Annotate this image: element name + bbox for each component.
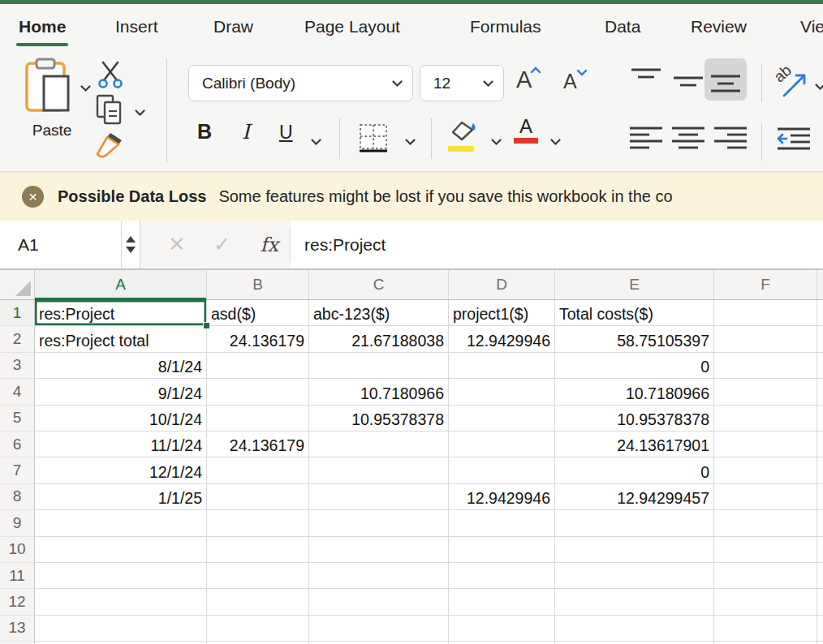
cell-A3[interactable]: 8/1/24 [35, 353, 207, 379]
tab-insert[interactable]: Insert [115, 4, 158, 49]
cell-E2[interactable]: 58.75105397 [555, 326, 714, 352]
cell-D13[interactable] [449, 616, 555, 642]
cell-D1[interactable]: project1($) [449, 300, 555, 326]
row-header-8[interactable]: 8 [0, 484, 35, 510]
cell-C3[interactable] [309, 353, 449, 379]
cell-F11[interactable] [714, 563, 817, 589]
cell-B7[interactable] [207, 457, 309, 483]
orientation-button[interactable]: ab [773, 62, 810, 102]
row-header-7[interactable]: 7 [0, 457, 35, 483]
cell-F4[interactable] [714, 379, 817, 405]
cell-E11[interactable] [555, 563, 714, 589]
row-header-1[interactable]: 1 [0, 300, 35, 326]
cell-F3[interactable] [714, 353, 817, 379]
cell-D9[interactable] [449, 510, 555, 536]
cell-E5[interactable]: 10.95378378 [555, 406, 714, 431]
align-right-button[interactable] [713, 125, 748, 157]
cell-B8[interactable] [207, 484, 309, 510]
row-header-10[interactable]: 10 [0, 537, 35, 563]
cell-E9[interactable] [555, 510, 714, 536]
row-header-5[interactable]: 5 [0, 406, 35, 431]
cell-E13[interactable] [555, 616, 714, 642]
cancel-entry-button[interactable]: ✕ [168, 221, 186, 268]
cell-B11[interactable] [207, 563, 309, 589]
cell-A11[interactable] [35, 563, 207, 589]
cell-E7[interactable]: 0 [555, 457, 714, 483]
cell-A4[interactable]: 9/1/24 [35, 379, 207, 405]
cell-D6[interactable] [449, 431, 555, 457]
row-header-13[interactable]: 13 [0, 616, 35, 642]
tab-review[interactable]: Review [691, 4, 747, 49]
name-box-spinner[interactable] [122, 221, 140, 268]
cell-D5[interactable] [449, 406, 555, 431]
row-header-3[interactable]: 3 [0, 353, 35, 379]
cell-F1[interactable] [714, 300, 817, 326]
cell-D3[interactable] [449, 353, 555, 379]
column-header-A[interactable]: A [35, 270, 207, 299]
italic-button[interactable]: I [242, 122, 250, 142]
cell-C10[interactable] [309, 537, 449, 563]
align-middle-button[interactable] [670, 67, 706, 102]
cell-F2[interactable] [714, 326, 817, 352]
row-header-12[interactable]: 12 [0, 589, 35, 615]
align-left-button[interactable] [628, 125, 664, 157]
format-painter-button[interactable] [94, 130, 125, 162]
cell-F10[interactable] [714, 537, 817, 563]
cell-A13[interactable] [35, 616, 207, 642]
cell-E3[interactable]: 0 [555, 353, 714, 379]
cell-E10[interactable] [555, 537, 714, 563]
confirm-entry-button[interactable]: ✓ [213, 221, 231, 268]
tab-data[interactable]: Data [605, 4, 640, 49]
cell-A6[interactable]: 11/1/24 [35, 431, 207, 457]
row-header-6[interactable]: 6 [0, 431, 35, 457]
font-name-select[interactable]: Calibri (Body) [188, 65, 413, 101]
cell-B3[interactable] [207, 353, 309, 379]
warning-x-circle-icon[interactable]: ✕ [22, 186, 44, 208]
insert-function-button[interactable]: fx [261, 221, 278, 268]
fill-color-button[interactable] [448, 120, 479, 152]
cell-C2[interactable]: 21.67188038 [309, 326, 449, 352]
cell-B6[interactable]: 24.136179 [207, 431, 309, 457]
cut-button[interactable] [97, 60, 123, 92]
cell-D4[interactable] [449, 379, 555, 405]
shrink-font-button[interactable]: A [563, 71, 577, 92]
tab-page-layout[interactable]: Page Layout [304, 4, 400, 49]
cell-E12[interactable] [555, 589, 714, 615]
cell-B5[interactable] [207, 406, 309, 431]
cell-C4[interactable]: 10.7180966 [309, 379, 449, 405]
cell-B9[interactable] [207, 510, 309, 536]
column-header-E[interactable]: E [555, 270, 714, 299]
copy-menu-chevron[interactable] [135, 105, 145, 120]
decrease-indent-button[interactable] [776, 127, 812, 159]
cell-E6[interactable]: 24.13617901 [555, 431, 714, 457]
cell-B10[interactable] [207, 537, 309, 563]
fill-color-menu-chevron[interactable] [491, 135, 502, 149]
grow-font-button[interactable]: A [516, 68, 532, 92]
cell-B2[interactable]: 24.136179 [207, 326, 309, 352]
cell-B13[interactable] [207, 616, 309, 642]
cell-B12[interactable] [207, 589, 309, 615]
name-box[interactable]: A1 [0, 221, 122, 268]
tab-view[interactable]: View [800, 4, 823, 49]
cell-C11[interactable] [309, 563, 449, 589]
row-header-2[interactable]: 2 [0, 326, 35, 352]
underline-menu-chevron[interactable] [311, 135, 321, 149]
cell-C6[interactable] [309, 431, 449, 457]
bold-button[interactable]: B [197, 122, 212, 142]
cell-B1[interactable]: asd($) [207, 300, 309, 326]
cell-F9[interactable] [714, 510, 817, 536]
cell-C5[interactable]: 10.95378378 [309, 406, 449, 431]
row-header-4[interactable]: 4 [0, 379, 35, 405]
column-header-C[interactable]: C [309, 270, 449, 299]
cell-A2[interactable]: res:Project total [35, 326, 207, 352]
cell-E4[interactable]: 10.7180966 [555, 379, 714, 405]
cell-E1[interactable]: Total costs($) [555, 300, 714, 326]
cell-A8[interactable]: 1/1/25 [35, 484, 207, 510]
font-color-button[interactable]: A [514, 117, 538, 144]
font-color-menu-chevron[interactable] [550, 135, 561, 149]
orientation-menu-chevron[interactable] [815, 79, 823, 94]
align-top-button[interactable] [628, 67, 664, 102]
fill-handle[interactable] [203, 322, 210, 329]
copy-button[interactable] [96, 94, 123, 128]
align-bottom-button[interactable] [705, 58, 747, 101]
